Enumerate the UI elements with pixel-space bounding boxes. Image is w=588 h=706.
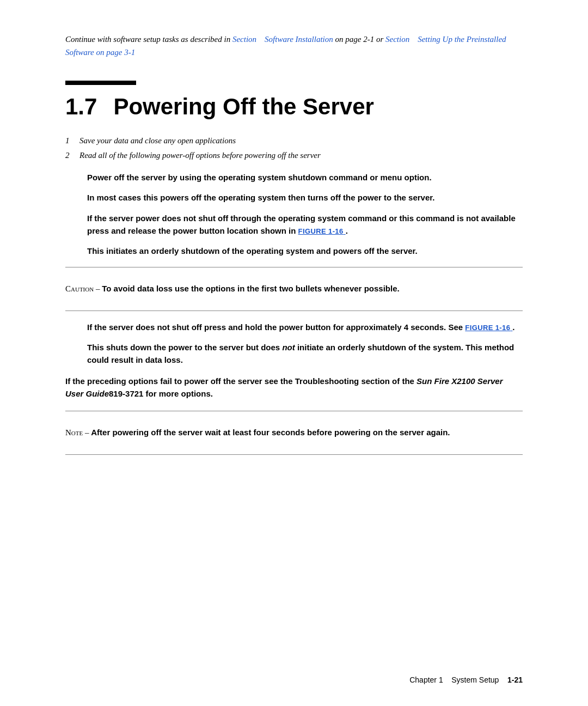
bullets-block: Power off the server by using the operat…	[87, 171, 523, 257]
note-dash: –	[85, 428, 89, 437]
link1-section-label: Section	[232, 35, 256, 44]
steps-list: 1 Save your data and close any open appl…	[65, 136, 523, 160]
bullet-3: If the server power does not shut off th…	[87, 212, 523, 238]
footer-page-number: 1-21	[507, 675, 523, 684]
step-1-text: Save your data and close any open applic…	[79, 136, 236, 145]
intro-paragraph: Continue with software setup tasks as de…	[65, 33, 523, 59]
page-container: Continue with software setup tasks as de…	[0, 0, 588, 508]
bullet-2-text: In most cases this powers off the operat…	[87, 193, 434, 202]
post-bullet-2-before: This shuts down the power to the server …	[87, 343, 280, 352]
section-top-rule	[65, 81, 136, 85]
figure-1-16-link-1[interactable]: FIGURE 1-16	[298, 227, 346, 235]
link2-page[interactable]: on page 3-1	[96, 48, 136, 57]
step-2: 2 Read all of the following power-off op…	[65, 151, 523, 160]
figure-1-16-label-2: FIGURE 1-16	[465, 324, 510, 332]
figure-1-16-label-1: FIGURE 1-16	[298, 227, 344, 235]
step-2-text: Read all of the following power-off opti…	[79, 151, 321, 160]
note-word: Note	[65, 428, 83, 437]
bullet-3-text-after: .	[346, 226, 348, 235]
troubleshoot-after: for more options.	[146, 389, 213, 398]
post-bullet-1: If the server does not shut off press an…	[87, 321, 523, 333]
intro-link1-page: on page 2-1	[335, 35, 375, 44]
troubleshoot-num: 819-3721	[109, 389, 143, 398]
note-block: Note – After powering off the server wai…	[65, 421, 523, 445]
software-installation-link[interactable]: Software Installation	[262, 35, 335, 44]
bullet-2: In most cases this powers off the operat…	[87, 191, 523, 204]
caution-word: Caution	[65, 284, 94, 293]
note-bottom-rule	[65, 454, 523, 455]
troubleshoot-para: If the preceding options fail to power o…	[65, 375, 523, 400]
footer-section: System Setup	[451, 675, 499, 684]
step-1-num: 1	[65, 136, 74, 145]
chapter-heading: 1.7 Powering Off the Server	[65, 94, 523, 120]
section-title: Powering Off the Server	[113, 94, 373, 120]
post-bullet-2-not: not	[282, 343, 295, 352]
caution-block: Caution – To avoid data loss use the opt…	[65, 277, 523, 301]
step-1: 1 Save your data and close any open appl…	[65, 136, 523, 145]
bullet-1: Power off the server by using the operat…	[87, 171, 523, 184]
link2-section-label: Section	[385, 35, 409, 44]
caution-dash: –	[96, 284, 100, 293]
bullet-1-text: Power off the server by using the operat…	[87, 173, 432, 182]
bullet-4: This initiates an orderly shutdown of th…	[87, 245, 523, 257]
intro-or: or	[376, 35, 383, 44]
footer-chapter: Chapter 1	[409, 675, 443, 684]
caution-text: To avoid data loss use the options in th…	[102, 284, 399, 293]
step-2-num: 2	[65, 151, 74, 160]
note-text: After powering off the server wait at le…	[91, 428, 450, 437]
note-label: Note –	[65, 428, 91, 437]
footer: Chapter 1 System Setup 1-21	[409, 675, 523, 684]
post-bullet-2: This shuts down the power to the server …	[87, 341, 523, 367]
link2-page-label: on page 3-1	[96, 48, 136, 57]
caution-bottom-rule	[65, 311, 523, 311]
caution-label: Caution –	[65, 284, 102, 293]
section-number: 1.7	[65, 94, 97, 120]
intro-text-before: Continue with software setup tasks as de…	[65, 35, 230, 44]
note-top-rule	[65, 411, 523, 411]
post-bullet-1-before: If the server does not shut off press an…	[87, 322, 463, 332]
post-caution-bullets: If the server does not shut off press an…	[87, 321, 523, 367]
section-link-1[interactable]: Section	[232, 35, 259, 44]
footer-text: Chapter 1 System Setup 1-21	[409, 675, 523, 684]
section-link-2[interactable]: Section	[385, 35, 412, 44]
post-bullet-1-after: .	[512, 322, 514, 332]
bullet-4-text: This initiates an orderly shutdown of th…	[87, 246, 418, 255]
figure-1-16-link-2[interactable]: FIGURE 1-16	[465, 324, 512, 332]
troubleshoot-before: If the preceding options fail to power o…	[65, 376, 414, 386]
caution-top-rule	[65, 267, 523, 267]
link1-sub-label: Software Installation	[265, 35, 333, 44]
